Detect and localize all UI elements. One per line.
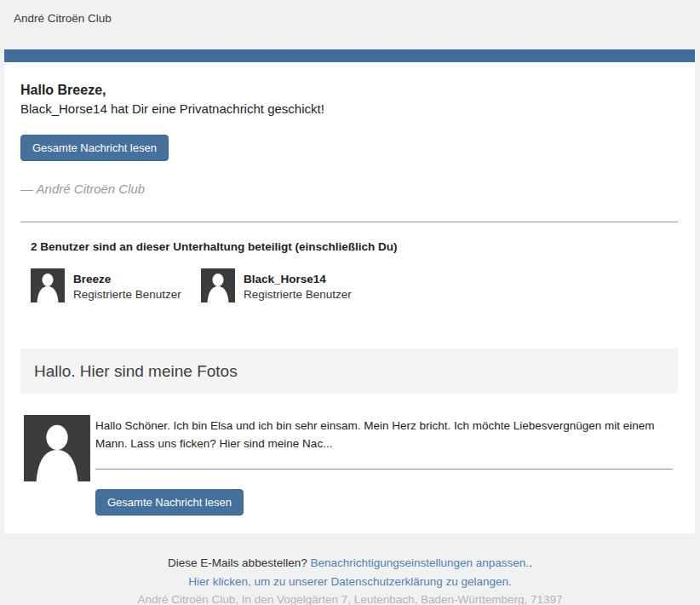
conversation-subject: Hallo. Hier sind meine Fotos [20,349,678,394]
message-divider [95,469,673,470]
greeting-subtitle: Black_Horse14 hat Dir eine Privatnachric… [20,101,678,117]
user-avatar-icon [31,268,65,302]
signoff-text: — André Citroën Club [20,182,678,197]
participants-list: Breeze Registrierte Benutzer Black_Horse… [31,268,678,302]
sender-avatar-icon [24,415,90,481]
participant-role: Registrierte Benutzer [244,289,352,301]
user-avatar-icon [201,268,235,302]
participant-role: Registrierte Benutzer [73,289,181,301]
participant-name: Breeze [73,274,181,285]
read-full-message-button-top[interactable]: Gesamte Nachricht lesen [20,135,169,161]
unsubscribe-text: Diese E-Mails abbestellen? [168,556,310,569]
participants-heading: 2 Benutzer sind an dieser Unterhaltung b… [31,240,678,254]
unsubscribe-line: Diese E-Mails abbestellen? Benachrichtig… [9,554,691,573]
greeting-title: Hallo Breeze, [20,62,678,98]
participant-card: Black_Horse14 Registrierte Benutzer [201,268,371,302]
email-card: Hallo Breeze, Black_Horse14 hat Dir eine… [4,62,695,533]
participant-card: Breeze Registrierte Benutzer [31,268,201,302]
privacy-policy-link[interactable]: Hier klicken, um zu unserer Datenschutze… [188,575,512,588]
participant-name: Black_Horse14 [244,274,352,285]
message-preview-row: Hallo Schöner. Ich bin Elsa und ich bin … [20,415,678,516]
privacy-line: Hier klicken, um zu unserer Datenschutze… [9,573,691,591]
unsubscribe-suffix: . [529,556,532,569]
email-page: André Citroën Club Hallo Breeze, Black_H… [0,0,700,605]
brand-header: André Citroën Club [0,0,700,26]
section-divider [20,222,678,222]
notification-settings-link[interactable]: Benachrichtigungseinstellungen anpassen. [310,556,529,569]
message-preview-text: Hallo Schöner. Ich bin Elsa und ich bin … [95,417,678,452]
accent-bar [4,49,695,62]
read-full-message-button-bottom[interactable]: Gesamte Nachricht lesen [95,489,244,516]
footer: Diese E-Mails abbestellen? Benachrichtig… [0,533,700,605]
club-address: André Citroën Club, In den Vogelgärten 7… [9,591,691,605]
